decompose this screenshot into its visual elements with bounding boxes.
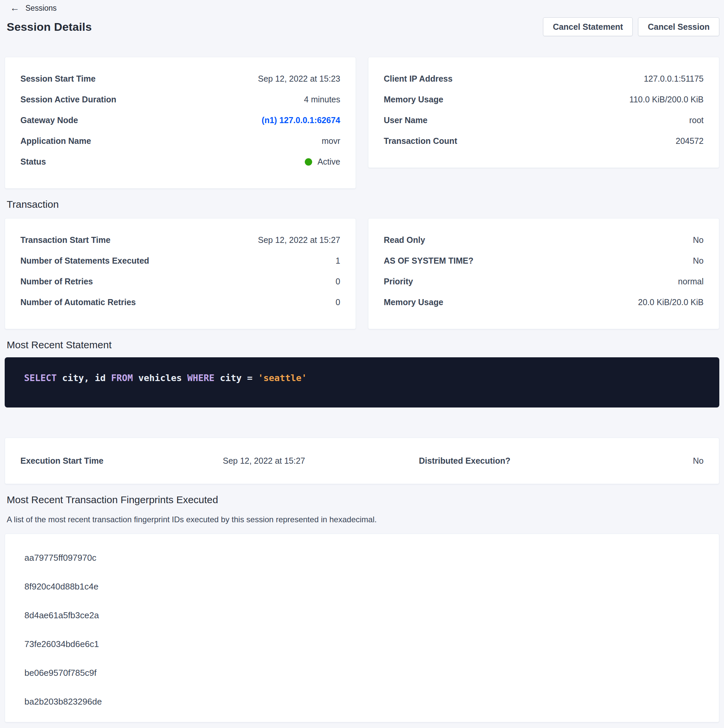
- summary-row: User Name root: [384, 115, 704, 136]
- row-label: Read Only: [384, 234, 435, 246]
- row-value: root: [689, 115, 704, 126]
- row-value: 4 minutes: [304, 94, 340, 105]
- fingerprints-heading: Most Recent Transaction Fingerprints Exe…: [7, 494, 719, 506]
- breadcrumb-label: Sessions: [25, 4, 57, 13]
- row-label: Priority: [384, 276, 423, 287]
- row-label: Memory Usage: [384, 94, 453, 105]
- fingerprint-list-item: 8f920c40d88b1c4e: [24, 572, 700, 601]
- row-value: 127.0.0.1:51175: [644, 73, 704, 84]
- summary-row: Priority normal: [384, 276, 704, 297]
- row-label: Number of Automatic Retries: [20, 297, 146, 308]
- page-title: Session Details: [7, 20, 92, 34]
- row-label: Status: [20, 156, 56, 167]
- session-summary-row: Session Start Time Sep 12, 2022 at 15:23…: [5, 57, 719, 189]
- session-meta-card: Client IP Address 127.0.0.1:51175 Memory…: [368, 57, 719, 168]
- summary-row: AS OF SYSTEM TIME? No: [384, 255, 704, 276]
- row-label: Client IP Address: [384, 73, 463, 84]
- sql-keyword: WHERE: [187, 373, 214, 383]
- summary-row: Number of Retries 0: [20, 276, 340, 297]
- row-value: 204572: [676, 136, 704, 147]
- session-info-card: Session Start Time Sep 12, 2022 at 15:23…: [5, 57, 356, 189]
- sql-statement-box: SELECT city, id FROM vehicles WHERE city…: [5, 357, 719, 407]
- summary-row: Application Name movr: [20, 136, 340, 156]
- row-value: No: [693, 255, 704, 266]
- row-label: Number of Retries: [20, 276, 103, 287]
- summary-row: Gateway Node (n1) 127.0.0.1:62674: [20, 115, 340, 136]
- page-header: Session Details Cancel Statement Cancel …: [7, 17, 719, 36]
- row-value: movr: [321, 136, 340, 147]
- row-label: Distributed Execution?: [419, 455, 511, 466]
- row-value: No: [693, 234, 704, 246]
- row-label: Transaction Start Time: [20, 234, 121, 246]
- fingerprint-list-item: ba2b203b823296de: [24, 687, 700, 716]
- summary-row: Session Start Time Sep 12, 2022 at 15:23: [20, 73, 340, 94]
- summary-row: Memory Usage 20.0 KiB/20.0 KiB: [384, 297, 704, 318]
- status-value: Active: [305, 156, 340, 167]
- sql-string-literal: 'seattle': [258, 373, 307, 383]
- summary-row: Status Active: [20, 156, 340, 177]
- row-label: Gateway Node: [20, 115, 88, 126]
- summary-row: Session Active Duration 4 minutes: [20, 94, 340, 115]
- header-actions: Cancel Statement Cancel Session: [543, 17, 719, 36]
- transaction-meta-card: Read Only No AS OF SYSTEM TIME? No Prior…: [368, 218, 719, 329]
- fingerprint-list-item: be06e9570f785c9f: [24, 658, 700, 687]
- row-label: AS OF SYSTEM TIME?: [384, 255, 484, 266]
- summary-row: Number of Statements Executed 1: [20, 255, 340, 276]
- sql-text: vehicles: [133, 373, 187, 383]
- gateway-node-link[interactable]: (n1) 127.0.0.1:62674: [262, 115, 340, 126]
- summary-row: Number of Automatic Retries 0: [20, 297, 340, 318]
- row-label: Session Start Time: [20, 73, 106, 84]
- summary-row: Client IP Address 127.0.0.1:51175: [384, 73, 704, 94]
- status-active-dot-icon: [305, 158, 312, 165]
- transaction-section-heading: Transaction: [7, 199, 719, 210]
- row-label: Transaction Count: [384, 136, 467, 147]
- row-value: 110.0 KiB/200.0 KiB: [629, 94, 704, 105]
- session-details-page: ← Sessions Session Details Cancel Statem…: [0, 0, 724, 728]
- summary-row: Transaction Count 204572: [384, 136, 704, 156]
- row-value: Sep 12, 2022 at 15:23: [258, 73, 340, 84]
- row-value: normal: [678, 276, 704, 287]
- summary-row: Memory Usage 110.0 KiB/200.0 KiB: [384, 94, 704, 115]
- distributed-execution-pair: Distributed Execution? No: [419, 455, 704, 466]
- row-value: No: [693, 455, 704, 466]
- cancel-session-button[interactable]: Cancel Session: [638, 17, 719, 36]
- breadcrumb-back-link[interactable]: ← Sessions: [10, 3, 57, 13]
- row-value: 0: [335, 297, 340, 308]
- sql-keyword: FROM: [111, 373, 133, 383]
- row-value: Sep 12, 2022 at 15:27: [258, 234, 340, 246]
- row-label: Execution Start Time: [20, 455, 103, 466]
- sql-keyword: SELECT: [24, 373, 57, 383]
- sql-text: city, id: [57, 373, 112, 383]
- status-badge: Active: [317, 156, 340, 167]
- row-label: User Name: [384, 115, 438, 126]
- fingerprint-list-item: 73fe26034bd6e6c1: [24, 630, 700, 658]
- transaction-summary-row: Transaction Start Time Sep 12, 2022 at 1…: [5, 218, 719, 329]
- execution-summary-card: Execution Start Time Sep 12, 2022 at 15:…: [5, 437, 719, 484]
- cancel-statement-button[interactable]: Cancel Statement: [543, 17, 633, 36]
- sql-statement-code: SELECT city, id FROM vehicles WHERE city…: [24, 373, 307, 383]
- back-arrow-icon: ←: [10, 3, 19, 13]
- row-value: 20.0 KiB/20.0 KiB: [638, 297, 704, 308]
- fingerprint-list-item: 8d4ae61a5fb3ce2a: [24, 601, 700, 630]
- fingerprints-description: A list of the most recent transaction fi…: [7, 514, 719, 525]
- summary-row: Read Only No: [384, 234, 704, 255]
- row-label: Memory Usage: [384, 297, 453, 308]
- fingerprints-card: aa79775ff097970c 8f920c40d88b1c4e 8d4ae6…: [5, 534, 719, 722]
- transaction-info-card: Transaction Start Time Sep 12, 2022 at 1…: [5, 218, 356, 329]
- row-label: Application Name: [20, 136, 101, 147]
- row-label: Number of Statements Executed: [20, 255, 159, 266]
- sql-text: city =: [214, 373, 258, 383]
- row-value: 0: [335, 276, 340, 287]
- row-value: 1: [335, 255, 340, 266]
- row-label: Session Active Duration: [20, 94, 127, 105]
- most-recent-statement-heading: Most Recent Statement: [7, 339, 719, 350]
- summary-row: Transaction Start Time Sep 12, 2022 at 1…: [20, 234, 340, 255]
- execution-start-pair: Execution Start Time Sep 12, 2022 at 15:…: [20, 455, 305, 466]
- row-value: Sep 12, 2022 at 15:27: [223, 455, 305, 466]
- fingerprint-list-item: aa79775ff097970c: [24, 543, 700, 572]
